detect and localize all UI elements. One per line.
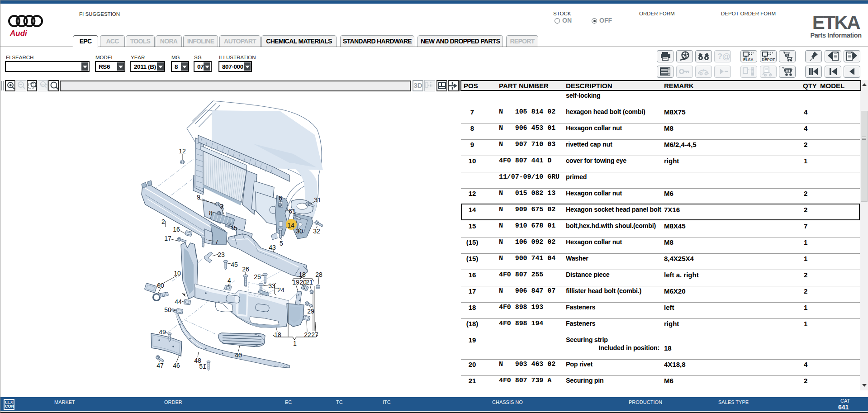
svg-text:61: 61 [289, 208, 296, 215]
svg-text:43: 43 [269, 244, 276, 251]
svg-text:6: 6 [279, 195, 282, 202]
svg-text:31: 31 [314, 196, 321, 204]
svg-text:1: 1 [293, 340, 297, 347]
svg-text:18: 18 [274, 331, 281, 338]
svg-text:10: 10 [174, 270, 181, 277]
svg-text:32: 32 [313, 228, 320, 235]
svg-text:7: 7 [215, 238, 218, 246]
svg-text:2: 2 [161, 218, 165, 225]
svg-text:19: 19 [292, 279, 299, 286]
svg-text:DEPOT: DEPOT [762, 57, 775, 62]
svg-text:9: 9 [197, 194, 200, 201]
svg-text:28: 28 [315, 271, 323, 278]
svg-text:60: 60 [157, 282, 164, 289]
svg-text:24: 24 [277, 286, 285, 294]
svg-text:15: 15 [230, 224, 237, 232]
svg-text:27: 27 [311, 331, 318, 338]
svg-text:?@: ?@ [717, 52, 730, 61]
svg-text:22: 22 [304, 331, 311, 338]
svg-text:26: 26 [242, 266, 249, 273]
svg-text:21: 21 [306, 279, 313, 286]
svg-text:30: 30 [296, 228, 303, 235]
svg-text:18: 18 [299, 271, 306, 278]
svg-text:44: 44 [175, 298, 182, 305]
svg-text:17: 17 [164, 235, 171, 242]
svg-text:12: 12 [179, 147, 186, 155]
svg-text:i: i [702, 68, 704, 73]
svg-text:14: 14 [287, 222, 294, 229]
svg-text:50: 50 [164, 306, 171, 313]
svg-text:4: 4 [228, 277, 231, 284]
svg-text:51: 51 [199, 363, 206, 370]
svg-text:23: 23 [218, 251, 225, 258]
svg-text:5: 5 [280, 240, 283, 247]
svg-text:25: 25 [254, 273, 261, 280]
svg-text:16: 16 [173, 226, 180, 233]
svg-text:49: 49 [159, 328, 166, 336]
svg-text:47: 47 [157, 362, 164, 369]
svg-text:29: 29 [307, 308, 314, 315]
svg-text:3: 3 [220, 203, 223, 210]
svg-text:45: 45 [231, 261, 238, 268]
svg-text:46: 46 [173, 362, 180, 369]
svg-text:8: 8 [209, 209, 213, 217]
svg-text:33: 33 [268, 282, 275, 290]
svg-text:40: 40 [235, 351, 242, 359]
svg-text:ELSA: ELSA [743, 57, 754, 62]
